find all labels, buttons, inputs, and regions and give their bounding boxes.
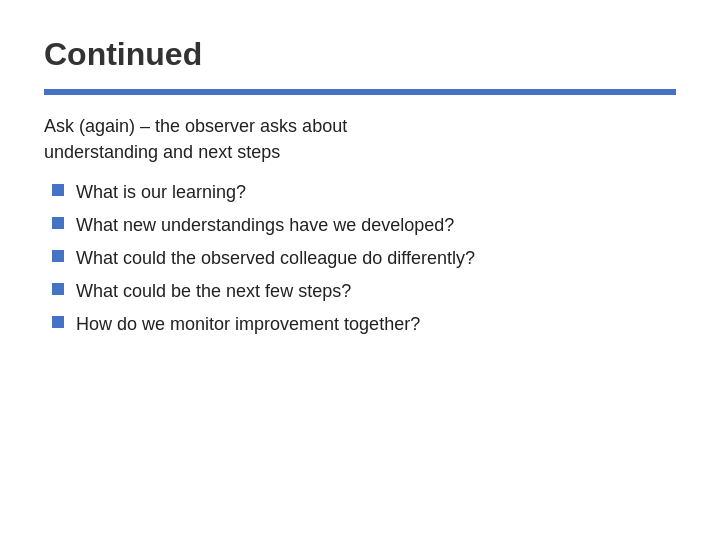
bullet-text: How do we monitor improvement together? — [76, 311, 676, 338]
bullet-icon — [52, 250, 64, 262]
accent-bar — [44, 89, 676, 95]
list-item: What is our learning? — [52, 179, 676, 206]
bullet-list: What is our learning? What new understan… — [52, 179, 676, 344]
intro-text: Ask (again) – the observer asks about un… — [44, 113, 676, 165]
list-item: What new understandings have we develope… — [52, 212, 676, 239]
list-item: How do we monitor improvement together? — [52, 311, 676, 338]
slide-title: Continued — [44, 36, 676, 73]
bullet-icon — [52, 316, 64, 328]
bullet-text: What could be the next few steps? — [76, 278, 676, 305]
bullet-icon — [52, 283, 64, 295]
bullet-text: What is our learning? — [76, 179, 676, 206]
bullet-icon — [52, 217, 64, 229]
list-item: What could the observed colleague do dif… — [52, 245, 676, 272]
bullet-text: What could the observed colleague do dif… — [76, 245, 676, 272]
slide-container: Continued Ask (again) – the observer ask… — [0, 0, 720, 540]
list-item: What could be the next few steps? — [52, 278, 676, 305]
intro-line2: understanding and next steps — [44, 142, 280, 162]
bullet-icon — [52, 184, 64, 196]
intro-line1: Ask (again) – the observer asks about — [44, 116, 347, 136]
bullet-text: What new understandings have we develope… — [76, 212, 676, 239]
